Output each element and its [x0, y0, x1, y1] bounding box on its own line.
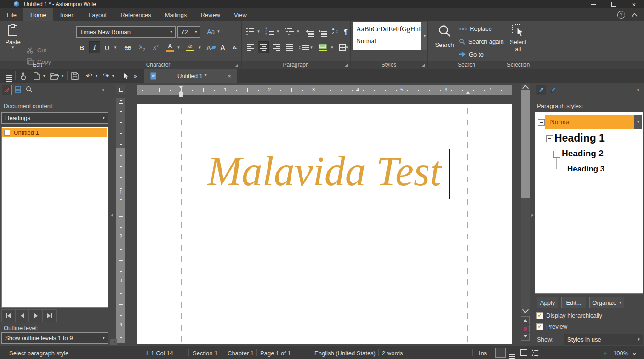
zoom-level[interactable]: 100%	[613, 350, 628, 357]
item-checkbox[interactable]	[4, 130, 10, 136]
word-count[interactable]: 2 words	[382, 350, 403, 357]
tab-references[interactable]: References	[114, 8, 158, 21]
redo-icon[interactable]: ↷	[101, 69, 110, 83]
paste-button[interactable]: Paste ▾	[3, 24, 23, 60]
font-size-select[interactable]: 72 ▾	[177, 26, 200, 38]
paragraph-dialog-launcher[interactable]	[345, 64, 348, 67]
tab-home[interactable]: Home	[23, 8, 53, 21]
outline-level-select[interactable]: Show outline levels 1 to 9 ▾	[1, 332, 108, 344]
document-page[interactable]: Malavida Test	[137, 104, 512, 344]
new-document-dropdown[interactable]: ▾	[41, 69, 47, 83]
vertical-ruler[interactable]: 1 2 3 4	[116, 98, 125, 343]
line-spacing-dropdown[interactable]: ▾	[308, 41, 314, 53]
underline-button[interactable]: U	[102, 41, 112, 53]
multilevel-list-dropdown[interactable]: ▾	[295, 26, 301, 37]
tab-layout[interactable]: Layout	[82, 8, 114, 21]
align-center-button[interactable]	[258, 41, 269, 53]
search-pane-icon[interactable]	[26, 86, 33, 93]
character-dialog-launcher[interactable]	[235, 64, 238, 67]
ruler-corner-button[interactable]	[116, 85, 125, 94]
content-filter-select[interactable]: Headings ▾	[1, 112, 108, 124]
open-file-icon[interactable]	[49, 69, 61, 83]
tab-review[interactable]: Review	[194, 8, 227, 21]
tab-view[interactable]: View	[227, 8, 254, 21]
language-indicator[interactable]: English (United States)	[314, 350, 376, 357]
minimize-button[interactable]	[583, 0, 604, 8]
style-item-normal[interactable]: Normal	[545, 115, 634, 129]
highlight-color-button[interactable]: ab	[183, 41, 197, 53]
replace-button[interactable]: ab Replace	[459, 23, 505, 34]
collapse-ribbon-icon[interactable]	[632, 13, 638, 19]
strikethrough-button[interactable]: ab	[121, 41, 134, 53]
go-to-button[interactable]: Go to	[459, 49, 500, 60]
draft-view-icon[interactable]	[507, 348, 518, 358]
tree-collapse-icon[interactable]	[553, 151, 560, 158]
font-color-button[interactable]: A	[165, 41, 176, 53]
decrease-indent-button[interactable]	[303, 26, 315, 37]
undo-dropdown[interactable]: ▾	[94, 69, 99, 83]
panels-icon[interactable]	[15, 86, 21, 93]
change-case-button[interactable]: Aa ▾	[203, 26, 223, 37]
collapse-left-panel-handle[interactable]	[109, 209, 114, 221]
bold-button[interactable]: B	[76, 41, 87, 53]
undo-icon[interactable]: ↶	[85, 69, 94, 83]
pilcrow-button[interactable]: ¶	[342, 26, 349, 37]
insert-mode-indicator[interactable]: Ins	[479, 350, 487, 357]
preview-checkbox[interactable]: ✓	[536, 323, 543, 330]
vertical-scrollbar[interactable]	[521, 84, 530, 314]
scroll-left-button[interactable]	[110, 339, 117, 345]
highlight-color-dropdown[interactable]: ▾	[197, 41, 203, 53]
font-color-dropdown[interactable]: ▾	[176, 41, 182, 53]
menu-icon[interactable]	[4, 69, 15, 83]
section-indicator[interactable]: Section 1	[193, 350, 217, 357]
numbered-list-dropdown[interactable]: ▾	[275, 26, 281, 37]
shading-button[interactable]	[316, 41, 329, 53]
cut-button[interactable]: Cut	[27, 45, 68, 55]
zoom-out-button[interactable]: −	[541, 349, 545, 357]
close-tab-icon[interactable]: ×	[228, 73, 231, 80]
subscript-button[interactable]: X2	[136, 41, 148, 53]
superscript-button[interactable]: X2	[150, 41, 162, 53]
style-item-heading2[interactable]: Heading 2	[562, 148, 604, 159]
align-left-button[interactable]	[245, 41, 256, 53]
fullscreen-view-icon[interactable]	[519, 348, 529, 358]
bullet-list-button[interactable]	[245, 26, 256, 37]
more-tools-icon[interactable]: »	[131, 69, 139, 83]
first-line-indent-marker[interactable]	[179, 86, 183, 89]
scroll-down-icon[interactable]	[523, 308, 528, 312]
align-right-button[interactable]	[271, 41, 282, 53]
help-icon[interactable]: ?	[617, 11, 625, 19]
numbered-list-button[interactable]: 123	[264, 26, 275, 37]
shading-dropdown[interactable]: ▾	[329, 41, 335, 53]
touch-mode-icon[interactable]	[18, 69, 28, 83]
navigation-pane-icon[interactable]	[2, 85, 12, 95]
chapter-indicator[interactable]: Chapter 1	[228, 350, 254, 357]
next-page-button[interactable]	[521, 333, 530, 341]
style-item-heading1[interactable]: Heading 1	[554, 132, 605, 144]
paragraph-styles-pane-icon[interactable]	[536, 85, 546, 95]
list-item[interactable]: Untitled 1	[2, 128, 107, 137]
select-all-button[interactable]: Select all	[507, 24, 530, 60]
left-pane-menu-dropdown[interactable]: ▾	[102, 88, 104, 92]
increase-indent-button[interactable]	[316, 26, 328, 37]
character-styles-pane-icon[interactable]	[550, 86, 557, 93]
organize-styles-button[interactable]: Organize▾	[589, 297, 624, 308]
style-item-heading3[interactable]: Heading 3	[567, 165, 604, 174]
apply-style-button[interactable]: Apply	[537, 297, 558, 308]
right-indent-marker[interactable]	[466, 91, 470, 94]
search-again-button[interactable]: Search again	[459, 36, 509, 47]
justify-button[interactable]	[284, 41, 295, 53]
italic-button[interactable]: I	[89, 41, 100, 53]
outline-view-icon[interactable]	[530, 348, 540, 358]
page-layout-view-icon[interactable]	[495, 348, 506, 358]
style-item-dropdown[interactable]: ▾	[634, 115, 642, 129]
close-button[interactable]: ×	[624, 0, 644, 8]
pointer-icon[interactable]	[122, 69, 131, 83]
save-icon[interactable]	[70, 69, 80, 83]
scrollbar-thumb[interactable]	[521, 90, 530, 198]
clear-formatting-button[interactable]: A	[205, 41, 217, 53]
document-tab[interactable]: Untitled 1 * ×	[144, 69, 237, 83]
tree-collapse-icon[interactable]	[546, 135, 553, 142]
first-heading-button[interactable]	[1, 309, 15, 322]
previous-page-button[interactable]	[521, 316, 530, 324]
